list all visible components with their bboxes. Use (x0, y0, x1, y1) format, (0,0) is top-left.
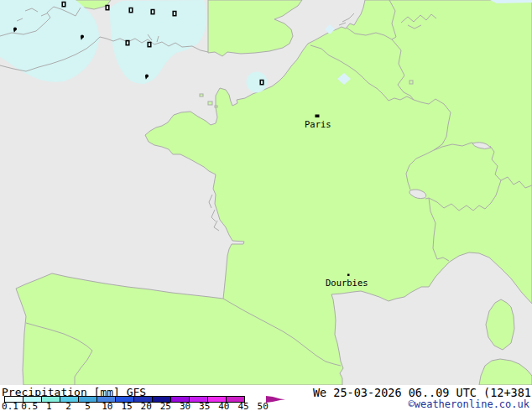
colorbar-tick: 25 (160, 403, 171, 411)
city-dot (316, 115, 320, 118)
weather-map[interactable]: ParisDourbies (0, 0, 532, 385)
colorbar-tick: 0.5 (21, 403, 38, 411)
colorbar-tick-row: 0.10.5125101520253035404550 (0, 403, 532, 411)
legend-strip: Precipitation [mm] GFS We 25-03-2026 06.… (0, 385, 532, 411)
colorbar-tick: 1 (46, 403, 52, 411)
city-label: Paris (305, 119, 331, 129)
colorbar-tick: 2 (65, 403, 71, 411)
weather-map-page: ParisDourbies Precipitation [mm] GFS We … (0, 0, 532, 411)
colorbar-tick: 10 (102, 403, 112, 411)
colorbar-tick: 40 (218, 403, 229, 411)
colorbar-tick: 50 (258, 403, 269, 411)
colorbar-tick: 30 (180, 403, 190, 411)
colorbar-tick: 45 (237, 403, 248, 411)
colorbar-tick: 0.1 (2, 403, 18, 411)
colorbar-tick: 20 (141, 403, 152, 411)
colorbar-tick: 35 (199, 403, 210, 411)
colorbar-tick: 15 (121, 403, 132, 411)
precip-blob-seine-bay (247, 72, 268, 93)
colorbar-tick: 5 (85, 403, 91, 411)
forecast-datetime: We 25-03-2026 06..09 UTC (12+381 (313, 386, 531, 399)
city-label: Dourbies (326, 278, 368, 288)
city-dot (347, 274, 350, 277)
